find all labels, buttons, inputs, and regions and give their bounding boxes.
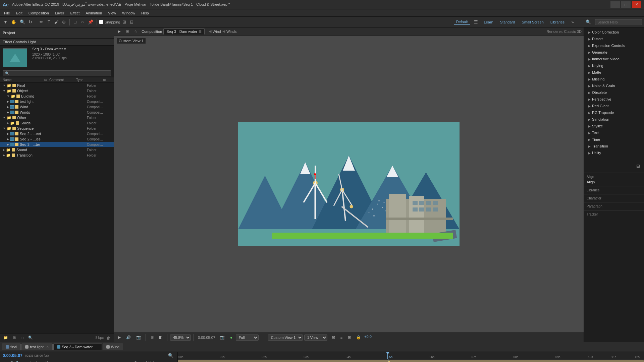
snapping-checkbox[interactable] bbox=[99, 20, 103, 24]
effect-simulation[interactable]: ▶ Simulation bbox=[584, 116, 644, 123]
list-item[interactable]: ▼ 📁 Buidling Folder bbox=[0, 94, 114, 99]
effect-generate[interactable]: ▶ Generate bbox=[584, 49, 644, 56]
text-tool-button[interactable]: T bbox=[46, 18, 52, 26]
puppet-tool-button[interactable]: 📌 bbox=[87, 18, 95, 26]
viewer-audio-button[interactable]: 🔊 bbox=[124, 335, 133, 340]
list-item[interactable]: ▼ 📁 Object Folder bbox=[0, 88, 114, 94]
menu-composition[interactable]: Composition bbox=[26, 10, 52, 16]
viewer-grid-button[interactable]: ⊞ bbox=[149, 335, 156, 340]
menu-animation[interactable]: Animation bbox=[83, 10, 105, 16]
view-mode-dropdown[interactable]: Custom View 1 Active Camera Front Top bbox=[268, 335, 303, 341]
menu-layer[interactable]: Layer bbox=[52, 10, 67, 16]
menu-file[interactable]: File bbox=[1, 10, 13, 16]
effect-text[interactable]: ▶ Text bbox=[584, 129, 644, 136]
viewer-toggle-button[interactable]: ◧ bbox=[157, 335, 164, 340]
viewer-lock-button[interactable]: 🔒 bbox=[354, 335, 363, 340]
views-count-dropdown[interactable]: 1 View 2 Views bbox=[304, 335, 327, 341]
effect-distort[interactable]: ▶ Distort bbox=[584, 36, 644, 42]
effect-immersive-video[interactable]: ▶ Immersive Video bbox=[584, 56, 644, 62]
effect-stylize[interactable]: ▶ Stylize bbox=[584, 123, 644, 129]
effect-noise-grain[interactable]: ▶ Noise & Grain bbox=[584, 82, 644, 89]
list-item[interactable]: ▶ Winds Composi... bbox=[0, 110, 114, 115]
composition-canvas[interactable] bbox=[238, 122, 460, 246]
shape-ellipse-button[interactable]: ○ bbox=[79, 18, 86, 26]
viewer-snapshot-button[interactable]: 📷 bbox=[134, 335, 143, 340]
brush-tool-button[interactable]: 🖌 bbox=[53, 18, 60, 26]
project-menu-button[interactable]: ☰ bbox=[104, 29, 111, 37]
delete-button[interactable]: 🗑 bbox=[105, 334, 112, 342]
maximize-button[interactable]: □ bbox=[621, 1, 631, 8]
menu-view[interactable]: View bbox=[105, 10, 119, 16]
shape-rect-button[interactable]: □ bbox=[72, 18, 78, 26]
select-tool-button[interactable]: ▼ bbox=[2, 18, 9, 26]
comp-render-button[interactable]: ☆ bbox=[132, 27, 139, 36]
close-button[interactable]: ✕ bbox=[632, 1, 641, 8]
effect-missing[interactable]: ▶ Missing bbox=[584, 76, 644, 82]
search-help-input[interactable] bbox=[595, 19, 642, 25]
rotate-tool-button[interactable]: ↻ bbox=[27, 18, 34, 26]
align-btn[interactable]: ⊞ bbox=[121, 18, 127, 26]
zoom-tool-button[interactable]: 🔍 bbox=[18, 18, 26, 26]
tree-options-button[interactable]: ⊞ bbox=[103, 78, 106, 82]
viewer-camera-button[interactable]: 📷 bbox=[218, 335, 227, 340]
composition-tab[interactable]: Seq 3 - Dam water ☰ bbox=[163, 28, 205, 35]
menu-effect[interactable]: Effect bbox=[67, 10, 82, 16]
list-item[interactable]: ▶ test light Composi... bbox=[0, 99, 114, 104]
list-item[interactable]: ▼ 📁 Other Folder bbox=[0, 115, 114, 120]
list-item[interactable]: ▶ 📁 Sound Folder bbox=[0, 147, 114, 153]
effect-expression-controls[interactable]: ▶ Expression Controls bbox=[584, 42, 644, 49]
zoom-dropdown[interactable]: 45.8% 100% 50% 25% bbox=[170, 335, 191, 341]
effect-transition[interactable]: ▶ Transition bbox=[584, 143, 644, 149]
effect-rg-trapcode[interactable]: ▶ RG Trapcode bbox=[584, 109, 644, 116]
list-item[interactable]: ▼ 📁 Final Folder bbox=[0, 83, 114, 88]
comp-tab-menu-button[interactable]: ☰ bbox=[199, 29, 202, 33]
timeline-tab-wind[interactable]: Wind bbox=[103, 344, 123, 350]
effect-perspective[interactable]: ▶ Perspective bbox=[584, 96, 644, 103]
effect-keying[interactable]: ▶ Keying bbox=[584, 62, 644, 69]
effect-obsolete[interactable]: ▶ Obsolete bbox=[584, 89, 644, 96]
clone-tool-button[interactable]: ⊕ bbox=[61, 18, 67, 26]
effect-matte[interactable]: ▶ Matte bbox=[584, 69, 644, 76]
timeline-tab-testlight[interactable]: test light ✕ bbox=[21, 344, 53, 350]
effect-utility[interactable]: ▶ Utility bbox=[584, 149, 644, 156]
project-search-input[interactable] bbox=[3, 70, 111, 76]
breadcrumb-wind[interactable]: Wind bbox=[213, 29, 221, 34]
viewer-toggle-3d-button[interactable]: ⊠ bbox=[330, 335, 337, 340]
effect-red-giant[interactable]: ▶ Red Giant bbox=[584, 103, 644, 109]
timeline-search-button[interactable]: 🔍 bbox=[167, 352, 175, 360]
viewer-layers-button[interactable]: ≡ bbox=[338, 335, 344, 340]
comp-settings-button[interactable]: ▶ bbox=[116, 27, 123, 36]
pen-tool-button[interactable]: ✏ bbox=[38, 18, 45, 26]
viewer-render-button[interactable]: ⊞ bbox=[346, 335, 353, 340]
grid-btn[interactable]: ⊟ bbox=[128, 18, 135, 26]
search-icon[interactable]: 🔍 bbox=[584, 18, 592, 26]
list-item[interactable]: ▶ 📁 Transition Folder bbox=[0, 153, 114, 158]
search-project-button[interactable]: 🔍 bbox=[27, 334, 34, 342]
list-item[interactable]: ▶ Seq 2 - ...eet Composi... bbox=[0, 131, 114, 136]
menu-window[interactable]: Window bbox=[119, 10, 138, 16]
list-item[interactable]: ▶ Seq 3 - ...ter Composi... bbox=[0, 142, 114, 147]
workspace-menu-button[interactable]: ☰ bbox=[473, 18, 479, 26]
list-item[interactable]: ▶ 📁 Solids Folder bbox=[0, 120, 114, 126]
new-folder-button[interactable]: 📁 bbox=[2, 334, 9, 342]
workspace-standard[interactable]: Standard bbox=[498, 19, 517, 25]
viewer-preview-button[interactable]: ▶ bbox=[116, 335, 123, 340]
timeline-tab-final[interactable]: final bbox=[2, 344, 21, 350]
list-item[interactable]: ▶ Wind Composi... bbox=[0, 104, 114, 110]
viewer-color-button[interactable]: ● bbox=[228, 335, 234, 340]
list-item[interactable]: ▼ 📁 Sequence Folder bbox=[0, 126, 114, 131]
workspace-libraries[interactable]: Libraries bbox=[548, 19, 567, 25]
quality-dropdown[interactable]: Full Half Quarter bbox=[236, 335, 259, 341]
workspace-learn[interactable]: Learn bbox=[482, 19, 495, 25]
hand-tool-button[interactable]: ✋ bbox=[10, 18, 18, 26]
new-solid-button[interactable]: □ bbox=[19, 334, 25, 342]
new-comp-button[interactable]: ⊞ bbox=[11, 334, 17, 342]
minimize-button[interactable]: ─ bbox=[610, 1, 620, 8]
workspace-more-button[interactable]: » bbox=[569, 18, 576, 26]
tab-menu-button[interactable]: ☰ bbox=[95, 345, 98, 349]
tab-close-icon[interactable]: ✕ bbox=[46, 345, 49, 349]
effect-color-correction[interactable]: ▶ Color Correction bbox=[584, 29, 644, 36]
workspace-default[interactable]: Default bbox=[454, 19, 470, 25]
list-item[interactable]: ▶ Seq 2 - ...ies Composi... bbox=[0, 136, 114, 142]
menu-help[interactable]: Help bbox=[139, 10, 152, 16]
